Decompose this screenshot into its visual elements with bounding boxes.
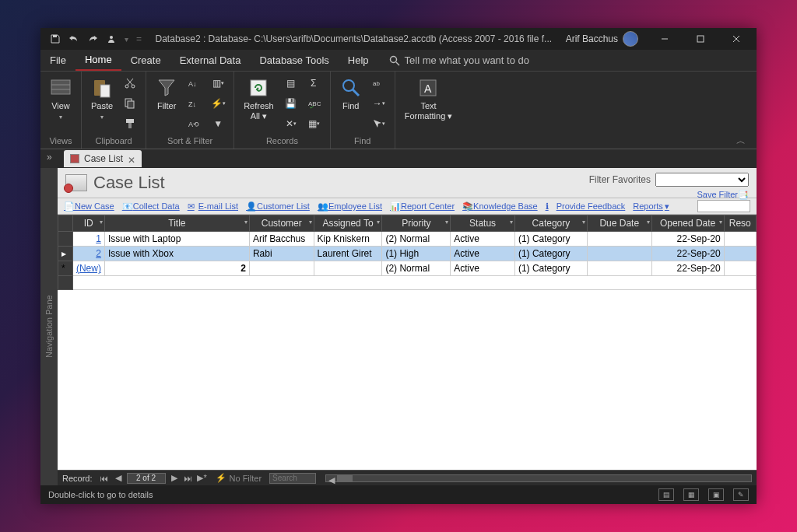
collapse-ribbon-icon[interactable]: ︿ bbox=[736, 135, 750, 144]
close-button[interactable] bbox=[721, 28, 752, 50]
svg-point-27 bbox=[343, 80, 354, 91]
datasheet-view-icon[interactable]: ▦ bbox=[683, 488, 699, 501]
first-record-icon[interactable]: ⏮ bbox=[99, 473, 110, 484]
prev-record-icon[interactable]: ◀ bbox=[113, 473, 124, 484]
menu-database-tools[interactable]: Database Tools bbox=[250, 50, 338, 71]
sort-asc-icon[interactable]: A↓ bbox=[185, 75, 204, 92]
expand-nav-icon[interactable]: » bbox=[47, 152, 61, 166]
goto-icon[interactable]: →▾ bbox=[370, 95, 388, 112]
new-record-nav-icon[interactable]: ▶* bbox=[197, 473, 208, 484]
text-formatting-button[interactable]: A Text Formatting ▾ bbox=[402, 75, 456, 124]
knowledge-base-link[interactable]: 📚Knowledge Base bbox=[462, 201, 538, 211]
sort-desc-icon[interactable]: Z↓ bbox=[185, 95, 204, 112]
table-row[interactable]: 1 Issue with Laptop Arif Bacchus Kip Kni… bbox=[58, 232, 757, 247]
customer-list-link[interactable]: 👤Customer List bbox=[246, 201, 310, 211]
replace-icon[interactable]: ab bbox=[370, 75, 388, 92]
col-due-date[interactable]: Due Date▾ bbox=[587, 215, 651, 232]
horizontal-scrollbar[interactable]: ◀ bbox=[325, 474, 752, 482]
record-search-input[interactable] bbox=[269, 473, 316, 484]
col-customer[interactable]: Customer▾ bbox=[249, 215, 314, 232]
new-row[interactable]: * (New) 2 (2) Normal Active (1) Category… bbox=[58, 261, 757, 276]
last-record-icon[interactable]: ⏭ bbox=[183, 473, 194, 484]
col-title[interactable]: Title▾ bbox=[104, 215, 249, 232]
save-filter-link[interactable]: Save Filter📑 bbox=[697, 190, 749, 200]
svg-rect-18 bbox=[128, 101, 134, 108]
totals-icon[interactable]: Σ bbox=[305, 75, 324, 92]
col-opened-date[interactable]: Opened Date▾ bbox=[651, 215, 724, 232]
email-list-link[interactable]: ✉E-mail List bbox=[188, 201, 238, 211]
toolbar-search-input[interactable] bbox=[697, 200, 750, 212]
layout-view-icon[interactable]: ▣ bbox=[708, 488, 724, 501]
svg-text:ABC: ABC bbox=[308, 100, 321, 107]
delete-record-icon[interactable]: ✕▾ bbox=[282, 115, 300, 132]
new-case-link[interactable]: 📄New Case bbox=[64, 201, 114, 211]
close-tab-icon[interactable]: ✕ bbox=[128, 155, 135, 163]
tab-case-list[interactable]: Case List ✕ bbox=[64, 150, 142, 167]
titlebar: ▾ = Database2 : Database- C:\Users\arifb… bbox=[40, 28, 757, 50]
menu-help[interactable]: Help bbox=[339, 50, 378, 71]
svg-text:ab: ab bbox=[373, 80, 380, 87]
filter-button[interactable]: Filter bbox=[153, 75, 181, 114]
advanced-filter-icon[interactable]: ⚡▾ bbox=[209, 95, 227, 112]
workspace: Navigation Pane Case List Filter Favorit… bbox=[40, 168, 757, 485]
employee-list-link[interactable]: 👥Employee List bbox=[318, 201, 382, 211]
status-text: Double-click to go to details bbox=[48, 490, 153, 499]
table-row[interactable]: ▸ 2 Issue with Xbox Rabi Laurent Giret (… bbox=[58, 247, 757, 261]
copy-icon[interactable] bbox=[121, 95, 139, 112]
paste-button[interactable]: Paste ▾ bbox=[88, 75, 116, 123]
report-center-link[interactable]: 📊Report Center bbox=[390, 201, 455, 211]
account-area[interactable]: Arif Bacchus bbox=[566, 31, 644, 47]
more-records-icon[interactable]: ▦▾ bbox=[305, 115, 324, 132]
document-tabs: » Case List ✕ bbox=[40, 149, 757, 168]
svg-line-16 bbox=[127, 79, 132, 85]
refresh-all-button[interactable]: Refresh All ▾ bbox=[241, 75, 277, 124]
menu-home[interactable]: Home bbox=[75, 50, 121, 71]
minimize-button[interactable] bbox=[649, 28, 680, 50]
select-icon[interactable]: ▾ bbox=[370, 115, 388, 132]
provide-feedback-link[interactable]: ℹProvide Feedback bbox=[546, 201, 626, 211]
navigation-pane[interactable]: Navigation Pane bbox=[40, 168, 58, 485]
form-view-icon[interactable]: ▤ bbox=[658, 488, 674, 501]
save-record-icon[interactable]: 💾 bbox=[282, 95, 300, 112]
new-record-icon[interactable]: ▤ bbox=[282, 75, 300, 92]
ribbon-group-find: Find bbox=[337, 135, 388, 147]
undo-icon[interactable] bbox=[68, 33, 79, 44]
avatar[interactable] bbox=[623, 31, 638, 47]
view-button[interactable]: View ▾ bbox=[47, 75, 75, 123]
cut-icon[interactable] bbox=[121, 75, 139, 92]
header-row: ID▾ Title▾ Customer▾ Assigned To▾ Priori… bbox=[58, 215, 757, 232]
design-view-icon[interactable]: ✎ bbox=[733, 488, 749, 501]
spelling-icon[interactable]: ABC bbox=[305, 95, 324, 112]
menu-external-data[interactable]: External Data bbox=[170, 50, 251, 71]
svg-point-13 bbox=[125, 85, 128, 88]
col-status[interactable]: Status▾ bbox=[451, 215, 515, 232]
col-assigned-to[interactable]: Assigned To▾ bbox=[314, 215, 382, 232]
form-toolbar: 📄New Case 📧Collect Data ✉E-mail List 👤Cu… bbox=[58, 198, 757, 215]
menu-file[interactable]: File bbox=[40, 50, 75, 71]
maximize-button[interactable] bbox=[685, 28, 716, 50]
collect-data-link[interactable]: 📧Collect Data bbox=[122, 201, 180, 211]
redo-icon[interactable] bbox=[87, 33, 98, 44]
svg-rect-12 bbox=[100, 85, 110, 97]
record-position-input[interactable] bbox=[127, 473, 166, 484]
user-icon[interactable] bbox=[106, 33, 117, 44]
menu-create[interactable]: Create bbox=[121, 50, 170, 71]
toggle-filter-icon[interactable]: ▼ bbox=[209, 115, 227, 132]
tell-me-search[interactable]: Tell me what you want to do bbox=[378, 50, 529, 71]
ribbon-group-clipboard: Clipboard bbox=[88, 135, 139, 147]
clear-sort-icon[interactable]: A⟲ bbox=[185, 115, 204, 132]
filter-favorites-select[interactable] bbox=[655, 173, 749, 187]
selection-filter-icon[interactable]: ▥▾ bbox=[209, 75, 227, 92]
format-painter-icon[interactable] bbox=[121, 115, 139, 132]
filter-icon bbox=[156, 77, 177, 99]
col-id[interactable]: ID▾ bbox=[72, 215, 104, 232]
find-button[interactable]: Find bbox=[337, 75, 365, 114]
col-reso[interactable]: Reso bbox=[724, 215, 756, 232]
col-category[interactable]: Category▾ bbox=[514, 215, 587, 232]
save-icon[interactable] bbox=[50, 33, 61, 44]
col-priority[interactable]: Priority▾ bbox=[382, 215, 451, 232]
data-grid[interactable]: ID▾ Title▾ Customer▾ Assigned To▾ Priori… bbox=[58, 215, 757, 470]
record-label: Record: bbox=[62, 474, 93, 483]
next-record-icon[interactable]: ▶ bbox=[169, 473, 180, 484]
reports-link[interactable]: Reports▾ bbox=[633, 201, 669, 212]
